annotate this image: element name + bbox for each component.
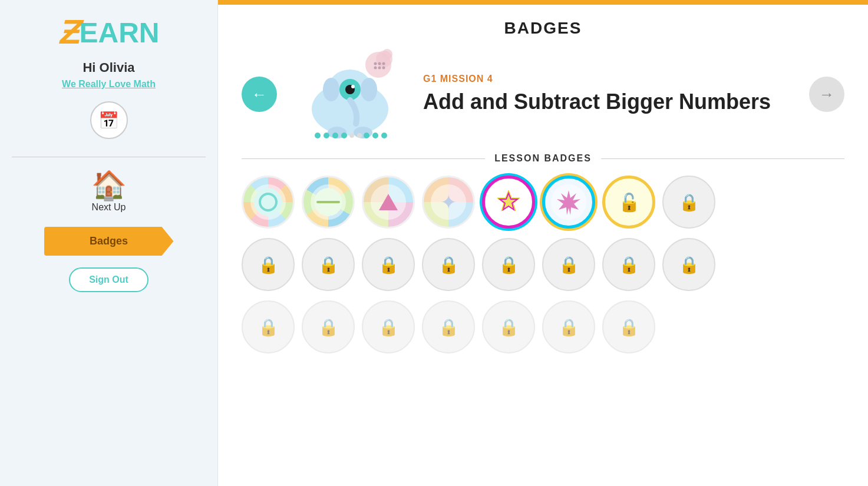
badge-icon-5 [494, 187, 523, 217]
badge-item-locked: 🔒 [302, 238, 355, 291]
sign-out-button[interactable]: Sign Out [69, 267, 148, 292]
logo-z: Ƶ [58, 18, 79, 48]
badges-grid: ✦ [218, 176, 868, 353]
sidebar: Ƶ EARN Hi Olivia We Really Love Math 📅 🏠… [0, 0, 218, 486]
badge-item[interactable] [302, 176, 355, 229]
badge-icon-1 [256, 190, 280, 214]
mission-title: Add and Subtract Bigger Numbers [423, 89, 809, 114]
next-mission-button[interactable]: → [809, 77, 844, 112]
badges-nav-button[interactable]: Badges [44, 227, 174, 256]
svg-point-14 [357, 133, 362, 138]
svg-point-25 [378, 67, 381, 70]
badge-item-locked: 🔒 [602, 300, 655, 353]
badge-icon-2 [316, 199, 340, 206]
header-line-left [242, 158, 485, 159]
badge-inner [371, 184, 406, 220]
badge-item-locked: 🔒 [422, 238, 475, 291]
lock-icon: 🔒 [559, 318, 579, 337]
badge-item-locked: 🔒 [242, 300, 295, 353]
home-nav-item[interactable]: 🏠 Next Up [91, 171, 127, 222]
badge-item-locked: 🔒 [362, 300, 415, 353]
lock-icon: 🔒 [559, 255, 579, 275]
lock-icon: 🔒 [679, 255, 699, 275]
page-title: BADGES [218, 5, 868, 47]
lock-icon: 🔒 [619, 255, 639, 275]
svg-point-13 [349, 133, 354, 138]
svg-point-12 [341, 133, 347, 138]
svg-point-24 [374, 67, 377, 70]
lock-icon: 🔒 [679, 193, 699, 212]
badge-item-locked: 🔒 [242, 238, 295, 291]
logo-earn: EARN [79, 19, 159, 47]
calendar-icon: 📅 [98, 111, 119, 130]
header-line-right [601, 158, 844, 159]
lesson-badges-header: LESSON BADGES [242, 153, 844, 164]
lock-icon: 🔒 [438, 318, 459, 337]
badge-item-locked: 🔒 [602, 238, 655, 291]
svg-point-17 [381, 133, 387, 138]
svg-point-27 [260, 194, 276, 210]
svg-point-10 [324, 133, 329, 138]
badge-item[interactable] [242, 176, 295, 229]
svg-point-22 [378, 62, 381, 65]
next-up-label: Next Up [92, 202, 126, 213]
lock-icon: 🔒 [378, 255, 399, 275]
character-svg [291, 47, 409, 141]
badge-item[interactable]: 🔓 [602, 176, 655, 229]
divider-1 [12, 157, 206, 157]
main-content: BADGES ← [218, 0, 868, 486]
badge-item-locked: 🔒 [542, 300, 595, 353]
badge-item[interactable] [542, 176, 595, 229]
badge-inner [491, 184, 526, 220]
badge-item-locked: 🔒 [542, 238, 595, 291]
lock-icon: 🔒 [258, 318, 279, 337]
lock-icon: 🔒 [499, 255, 519, 275]
badge-icon-7: 🔓 [618, 192, 640, 213]
svg-point-20 [382, 49, 392, 59]
mission-info: G1 MISSION 4 Add and Subtract Bigger Num… [423, 74, 809, 114]
mission-character [291, 47, 409, 141]
lock-icon: 🔒 [499, 318, 519, 337]
badge-item[interactable]: ✦ [422, 176, 475, 229]
badge-item-locked: 🔒 [302, 300, 355, 353]
svg-point-6 [351, 85, 355, 88]
svg-point-9 [315, 133, 321, 138]
badge-item-locked: 🔒 [362, 238, 415, 291]
badges-row-1: ✦ [242, 176, 844, 229]
class-name-link[interactable]: We Really Love Math [62, 79, 156, 90]
lock-icon: 🔒 [258, 255, 279, 275]
badge-icon-3 [379, 194, 398, 210]
svg-point-8 [354, 127, 372, 138]
badge-inner [311, 184, 346, 220]
logo: Ƶ EARN [58, 18, 159, 48]
badge-item-locked: 🔒 [662, 238, 715, 291]
badge-inner [250, 184, 286, 220]
lock-icon: 🔒 [438, 255, 459, 275]
badges-row-2: 🔒 🔒 🔒 🔒 🔒 🔒 🔒 🔒 [242, 238, 844, 291]
lock-icon: 🔒 [318, 318, 339, 337]
lesson-badges-title: LESSON BADGES [494, 153, 592, 164]
mission-label: G1 MISSION 4 [423, 74, 809, 84]
badge-item-locked: 🔒 [662, 176, 715, 229]
svg-marker-31 [557, 190, 580, 215]
badge-item-locked: 🔒 [482, 238, 535, 291]
badges-row-3: 🔒 🔒 🔒 🔒 🔒 🔒 🔒 [242, 300, 844, 353]
greeting-text: Hi Olivia [82, 60, 134, 75]
badge-item[interactable] [482, 176, 535, 229]
badge-icon-6 [554, 187, 583, 217]
svg-point-23 [382, 62, 385, 65]
badge-item[interactable] [362, 176, 415, 229]
prev-mission-button[interactable]: ← [242, 77, 277, 112]
lock-icon: 🔒 [378, 318, 399, 337]
badge-item-locked: 🔒 [482, 300, 535, 353]
svg-rect-28 [316, 201, 340, 203]
svg-point-11 [332, 133, 338, 138]
svg-point-16 [372, 133, 378, 138]
mission-section: ← [218, 47, 868, 141]
badge-icon-4: ✦ [440, 190, 457, 214]
svg-point-3 [361, 78, 377, 101]
calendar-button[interactable]: 📅 [90, 101, 128, 139]
badge-item-locked: 🔒 [422, 300, 475, 353]
svg-point-21 [374, 62, 377, 65]
lock-icon: 🔒 [619, 318, 639, 337]
